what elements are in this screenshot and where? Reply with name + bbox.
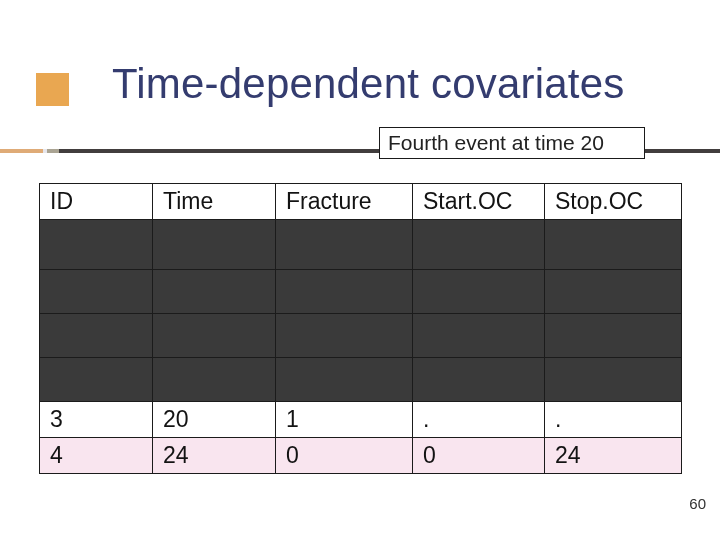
cell-stopoc: 24 [545,438,682,474]
accent-square-icon [36,73,69,106]
table-header-row: ID Time Fracture Start.OC Stop.OC [40,184,682,220]
cell-time: 24 [153,438,276,474]
cell-stopoc: . [545,402,682,438]
data-table-container: ID Time Fracture Start.OC Stop.OC 3 [39,183,681,474]
table-row-hidden [40,314,682,358]
col-header-id: ID [40,184,153,220]
subtitle-text: Fourth event at time 20 [388,131,604,155]
cell-fracture: 0 [276,438,413,474]
table-row: 3 20 1 . . [40,402,682,438]
subtitle-callout: Fourth event at time 20 [379,127,645,159]
cell-time: 20 [153,402,276,438]
col-header-startoc: Start.OC [413,184,545,220]
table-row-highlighted: 4 24 0 0 24 [40,438,682,474]
cell-fracture: 1 [276,402,413,438]
cell-id: 3 [40,402,153,438]
cell-startoc: . [413,402,545,438]
data-table: ID Time Fracture Start.OC Stop.OC 3 [39,183,682,474]
table-row-hidden [40,270,682,314]
table-row-hidden [40,220,682,270]
col-header-stopoc: Stop.OC [545,184,682,220]
cell-startoc: 0 [413,438,545,474]
table-row-hidden [40,358,682,402]
col-header-time: Time [153,184,276,220]
col-header-fracture: Fracture [276,184,413,220]
page-number: 60 [689,495,706,512]
slide-title: Time-dependent covariates [112,60,624,108]
cell-id: 4 [40,438,153,474]
